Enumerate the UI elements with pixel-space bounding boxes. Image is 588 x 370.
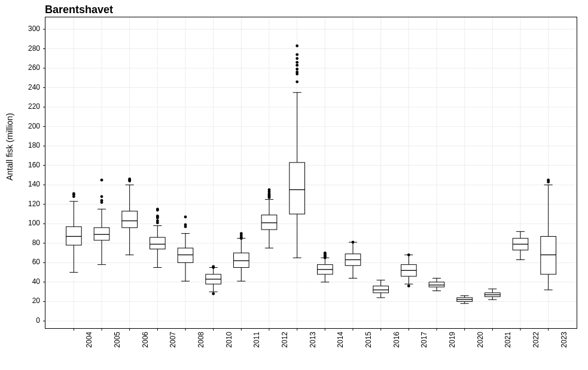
svg-point-147: [295, 80, 298, 83]
svg-point-153: [295, 57, 298, 60]
svg-point-155: [295, 44, 298, 47]
svg-point-149: [295, 71, 298, 74]
boxplot-2020: [457, 296, 473, 304]
x-tick-label: 2021: [504, 332, 512, 348]
y-tick-label: 160: [28, 161, 40, 169]
y-tick-label: 80: [32, 238, 40, 247]
boxplot-2014: [318, 252, 333, 282]
y-tick-label: 280: [28, 44, 40, 53]
svg-point-120: [212, 265, 215, 268]
svg-point-104: [156, 208, 159, 211]
y-tick-label: 240: [28, 83, 40, 91]
x-tick-label: 2007: [169, 332, 177, 348]
y-tick-label: 20: [32, 296, 40, 305]
plot-area: [45, 17, 577, 329]
svg-point-99: [156, 219, 159, 222]
x-tick-label: 2023: [559, 332, 568, 348]
x-tick-label: 2019: [448, 332, 456, 348]
svg-point-102: [156, 215, 159, 218]
svg-point-183: [407, 285, 410, 288]
x-tick-label: 2020: [476, 332, 484, 348]
boxplot-2016: [373, 280, 389, 298]
y-tick-label: 120: [28, 200, 40, 208]
x-tick-label: 2016: [392, 332, 400, 348]
boxplot-2022: [513, 231, 528, 259]
svg-point-152: [295, 61, 298, 64]
y-tick-label: 260: [28, 63, 40, 72]
svg-point-112: [184, 216, 187, 219]
boxplot-2019: [429, 278, 444, 291]
y-tick-label: 300: [28, 25, 40, 33]
y-tick-label: 220: [28, 102, 40, 111]
svg-rect-176: [373, 286, 389, 292]
x-tick-label: 2014: [336, 332, 345, 348]
svg-rect-145: [290, 163, 305, 214]
svg-point-75: [72, 192, 75, 195]
svg-rect-88: [122, 211, 138, 228]
x-tick-label: 2022: [532, 332, 540, 348]
svg-rect-79: [94, 228, 109, 240]
svg-point-92: [128, 178, 131, 181]
y-tick-label: 200: [28, 122, 40, 130]
svg-point-118: [212, 292, 215, 295]
y-tick-label: 100: [28, 219, 40, 227]
svg-rect-208: [541, 236, 556, 274]
x-tick-label: 2011: [252, 332, 261, 348]
boxplot-2015: [345, 241, 361, 279]
x-tick-label: 2012: [281, 332, 289, 348]
svg-rect-108: [178, 248, 193, 262]
svg-rect-188: [429, 282, 444, 287]
x-tick-label: 2005: [113, 332, 121, 348]
y-tick-label: 0: [36, 316, 40, 325]
boxplot-2021: [485, 289, 501, 299]
boxplot-2012: [261, 188, 277, 248]
x-tick-label: 2010: [224, 332, 233, 348]
boxplot-2008: [178, 216, 193, 282]
svg-rect-96: [150, 237, 166, 249]
boxplot-2023: [541, 179, 556, 290]
x-tick-label: 2013: [308, 332, 316, 348]
x-tick-label: 2015: [364, 332, 373, 348]
chart-title: Barentshavet: [45, 4, 113, 16]
grid: [45, 17, 577, 328]
y-tick-label: 60: [32, 258, 40, 266]
y-axis-ticks: 0204060801001201401601802002202402602803…: [0, 17, 44, 328]
x-axis-ticks: 2004200520062007200820102011201220132014…: [45, 328, 576, 364]
svg-point-82: [100, 199, 103, 202]
plot-svg: [45, 17, 577, 328]
boxplot-2010: [206, 265, 221, 295]
svg-point-129: [240, 232, 243, 235]
svg-point-151: [295, 64, 298, 67]
svg-point-83: [100, 195, 103, 198]
svg-rect-133: [261, 215, 277, 230]
y-tick-label: 140: [28, 180, 40, 188]
svg-point-211: [547, 179, 550, 182]
svg-point-111: [184, 224, 187, 227]
svg-point-154: [295, 53, 298, 56]
y-tick-label: 40: [32, 277, 40, 286]
x-tick-label: 2008: [197, 332, 205, 348]
boxplot-2007: [150, 208, 166, 268]
svg-point-150: [295, 68, 298, 71]
boxplot-2011: [234, 232, 249, 281]
x-tick-label: 2004: [85, 332, 93, 348]
chart-container: Barentshavet Antall fisk (million) 02040…: [0, 0, 588, 370]
svg-rect-124: [234, 253, 249, 267]
svg-point-141: [268, 188, 271, 191]
svg-point-84: [100, 179, 103, 182]
x-tick-label: 2006: [141, 332, 149, 348]
svg-point-166: [324, 252, 327, 255]
svg-rect-71: [66, 227, 82, 245]
x-tick-label: 2017: [420, 332, 428, 348]
svg-point-172: [352, 241, 355, 244]
svg-point-184: [407, 253, 410, 256]
y-tick-label: 180: [28, 141, 40, 149]
